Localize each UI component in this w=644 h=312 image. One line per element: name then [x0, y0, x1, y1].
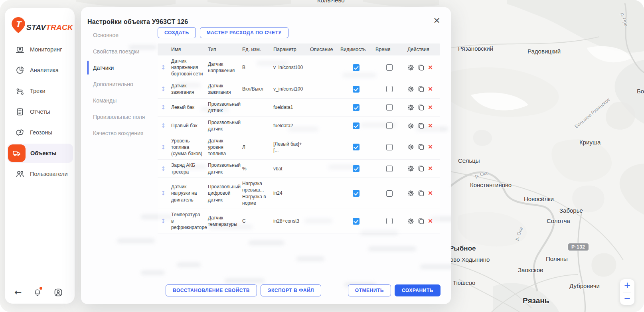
- visibility-checkbox[interactable]: [353, 190, 360, 197]
- settings-gear-icon[interactable]: [407, 86, 414, 93]
- col-header-type: Тип: [206, 47, 241, 52]
- drag-handle-icon[interactable]: ↕: [158, 162, 170, 175]
- time-checkbox[interactable]: [386, 190, 393, 197]
- sidebar-item-reports[interactable]: Отчёты: [5, 101, 75, 122]
- map-label: Рязановский: [458, 45, 493, 52]
- sensor-table-row: ↕ Уровень топлива (сумма баков) Датчик у…: [158, 135, 440, 160]
- map-zoom-control: + −: [620, 279, 634, 305]
- settings-gear-icon[interactable]: [407, 144, 414, 150]
- sidebar-item-objects[interactable]: Объекты: [5, 143, 75, 164]
- delete-icon[interactable]: ×: [428, 217, 433, 225]
- sidebar-item-label: Отчёты: [30, 109, 50, 115]
- modal-footer: ВОССТАНОВЛЕНИЕ СВОЙСТВ ЭКСПОРТ В ФАЙЛ ОТ…: [166, 284, 441, 296]
- sidebar-item-analytics[interactable]: Аналитика: [5, 60, 75, 81]
- time-checkbox[interactable]: [386, 104, 393, 111]
- time-checkbox[interactable]: [386, 144, 393, 150]
- sidebar-item-users[interactable]: Пользователи: [5, 164, 75, 184]
- sensor-name: Уровень топлива (сумма баков): [170, 135, 206, 160]
- delete-icon[interactable]: ×: [428, 103, 433, 111]
- time-checkbox[interactable]: [386, 218, 393, 224]
- copy-icon[interactable]: [418, 86, 425, 93]
- sensor-type: Произвольный датчик: [206, 160, 241, 177]
- profile-button[interactable]: [53, 288, 63, 297]
- time-checkbox[interactable]: [386, 166, 393, 172]
- visibility-checkbox[interactable]: [353, 104, 360, 111]
- settings-gear-icon[interactable]: [407, 165, 414, 172]
- back-arrow-button[interactable]: ←: [14, 288, 22, 297]
- delete-icon[interactable]: ×: [428, 143, 433, 150]
- tab-main[interactable]: Основное: [87, 27, 155, 43]
- row-actions: ×: [406, 62, 440, 73]
- settings-gear-icon[interactable]: [407, 104, 414, 111]
- sensor-parameter: v_in/const100: [272, 83, 308, 95]
- cancel-button[interactable]: ОТМЕНИТЬ: [348, 284, 391, 296]
- export-to-file-button[interactable]: ЭКСПОРТ В ФАЙЛ: [261, 284, 321, 296]
- settings-gear-icon[interactable]: [407, 218, 414, 225]
- sensor-name: Заряд АКБ трекера: [170, 160, 206, 177]
- drag-handle-icon[interactable]: ↕: [158, 101, 170, 114]
- tab-sensors[interactable]: Датчики: [87, 59, 155, 76]
- settings-gear-icon[interactable]: [407, 64, 414, 71]
- copy-icon[interactable]: [418, 64, 425, 71]
- col-header-name: Имя: [170, 47, 206, 52]
- copy-icon[interactable]: [418, 122, 425, 129]
- copy-icon[interactable]: [418, 190, 425, 197]
- sensor-parameter: fueldata2: [272, 120, 308, 131]
- settings-gear-icon[interactable]: [407, 122, 414, 129]
- delete-icon[interactable]: ×: [428, 164, 433, 172]
- visibility-checkbox[interactable]: [353, 64, 360, 71]
- time-checkbox[interactable]: [386, 122, 393, 129]
- visibility-checkbox[interactable]: [353, 165, 360, 172]
- drag-handle-icon[interactable]: ↕: [158, 215, 170, 227]
- time-checkbox[interactable]: [386, 64, 393, 71]
- sidebar-item-monitoring[interactable]: Мониторинг: [5, 39, 75, 60]
- delete-icon[interactable]: ×: [428, 63, 433, 71]
- zoom-out-button[interactable]: −: [620, 292, 634, 305]
- row-actions: ×: [406, 188, 440, 199]
- map-label: Заборье: [559, 207, 583, 214]
- sensor-type: Датчик уровня топлива: [206, 135, 241, 160]
- tab-driving-quality[interactable]: Качество вождения: [87, 125, 155, 141]
- notifications-button[interactable]: [33, 288, 42, 297]
- create-button[interactable]: СОЗДАТЬ: [158, 27, 196, 38]
- zoom-in-button[interactable]: +: [620, 279, 634, 292]
- tab-custom-fields[interactable]: Произвольные поля: [87, 109, 155, 125]
- sensor-name: Левый бак: [170, 102, 206, 113]
- visibility-checkbox[interactable]: [353, 144, 360, 150]
- visibility-checkbox[interactable]: [353, 122, 360, 129]
- sensor-type: Произвольный датчик: [206, 99, 241, 116]
- delete-icon[interactable]: ×: [428, 189, 433, 197]
- app-screen: Колычево Рязановский Радовицкий р. Пра Б…: [0, 0, 644, 312]
- copy-icon[interactable]: [418, 165, 425, 172]
- sensor-type: Произвольный датчик: [206, 117, 241, 134]
- tab-trip-properties[interactable]: Свойства поездки: [87, 43, 155, 59]
- drag-handle-icon[interactable]: ↕: [158, 141, 170, 154]
- drag-handle-icon[interactable]: ↕: [158, 187, 170, 199]
- copy-icon[interactable]: [418, 218, 425, 225]
- time-checkbox[interactable]: [386, 86, 393, 92]
- map-label: Константиново: [470, 182, 512, 188]
- drag-handle-icon[interactable]: ↕: [158, 61, 170, 74]
- close-icon[interactable]: ×: [433, 16, 441, 25]
- tab-commands[interactable]: Команды: [87, 92, 155, 109]
- drag-handle-icon[interactable]: ↕: [158, 83, 170, 95]
- copy-icon[interactable]: [418, 104, 425, 111]
- drag-handle-icon[interactable]: ↕: [158, 119, 170, 132]
- sidebar-item-tracks[interactable]: Треки: [5, 81, 75, 101]
- modal-title: Настройки объекта У963СТ 126: [87, 18, 188, 26]
- map-label: Бо: [637, 88, 644, 95]
- sensor-parameter: vbat: [272, 163, 308, 174]
- visibility-checkbox[interactable]: [353, 86, 360, 93]
- delete-icon[interactable]: ×: [428, 122, 433, 129]
- visibility-checkbox[interactable]: [353, 218, 360, 225]
- fuel-wizard-button[interactable]: МАСТЕР РАСХОДА ПО СЧЕТУ: [200, 27, 288, 38]
- sensor-unit: [241, 123, 272, 128]
- restore-properties-button[interactable]: ВОССТАНОВЛЕНИЕ СВОЙСТВ: [166, 284, 257, 296]
- tab-additional[interactable]: Дополнительно: [87, 76, 155, 92]
- copy-icon[interactable]: [418, 144, 425, 150]
- settings-gear-icon[interactable]: [407, 190, 414, 197]
- save-button[interactable]: СОХРАНИТЬ: [395, 284, 441, 296]
- sensor-description: [308, 87, 339, 91]
- sidebar-item-geozones[interactable]: Геозоны: [5, 122, 75, 143]
- delete-icon[interactable]: ×: [428, 85, 433, 93]
